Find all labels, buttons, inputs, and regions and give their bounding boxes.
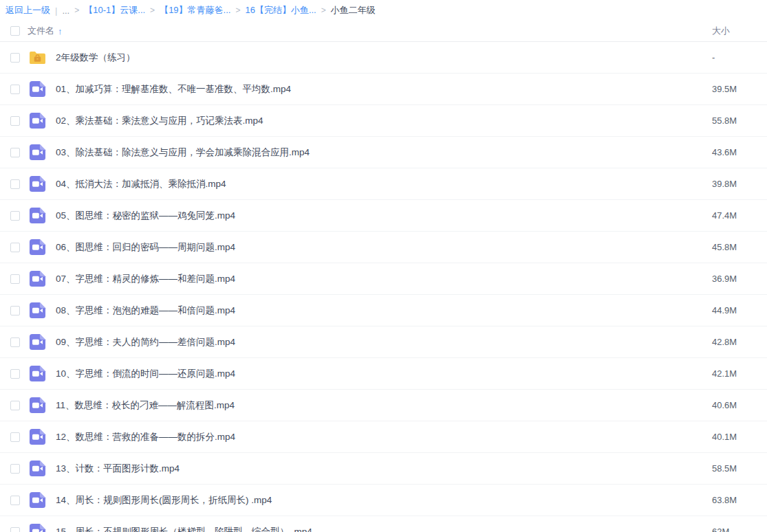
- breadcrumb-link-3[interactable]: 16【完结】小鱼...: [245, 4, 316, 16]
- breadcrumb: 返回上一级 | ... > 【10-1】云课... > 【19】常青藤爸... …: [0, 0, 767, 21]
- file-manager-page: 返回上一级 | ... > 【10-1】云课... > 【19】常青藤爸... …: [0, 0, 767, 532]
- file-size: 62M: [712, 527, 767, 532]
- file-size: 58.5M: [712, 463, 767, 474]
- row-checkbox[interactable]: [10, 116, 20, 126]
- breadcrumb-separator: >: [74, 5, 79, 15]
- video-file-icon: [29, 239, 46, 256]
- table-row[interactable]: 06、图思维：回归的密码——周期问题.mp4 45.8M: [0, 232, 767, 263]
- table-row[interactable]: 08、字思维：泡泡的难题——和倍问题.mp4 44.9M: [0, 295, 767, 326]
- file-size: 43.6M: [712, 147, 767, 157]
- video-file-icon: [29, 365, 46, 382]
- video-file-icon: [29, 207, 46, 224]
- breadcrumb-link-1[interactable]: 【10-1】云课...: [84, 4, 145, 16]
- video-file-icon: [29, 333, 46, 351]
- file-size: 47.4M: [712, 210, 767, 221]
- table-row[interactable]: 12、数思维：营救的准备——数的拆分.mp4 40.1M: [0, 421, 767, 453]
- video-file-icon: [29, 175, 46, 192]
- file-size: 63.8M: [712, 495, 767, 505]
- file-name-link[interactable]: 11、数思维：校长的刁难——解流程图.mp4: [56, 399, 712, 412]
- video-file-icon: [29, 460, 46, 477]
- row-checkbox[interactable]: [10, 243, 20, 252]
- video-file-icon: [29, 397, 46, 414]
- back-to-parent-link[interactable]: 返回上一级: [6, 4, 50, 16]
- table-row[interactable]: 03、除法基础：除法意义与应用，学会加减乘除混合应用.mp4 43.6M: [0, 137, 767, 168]
- table-row[interactable]: 2年级数学（练习） -: [0, 42, 767, 74]
- folder-icon: [29, 49, 46, 66]
- file-size: 42.8M: [712, 337, 767, 347]
- file-size: 39.8M: [712, 179, 767, 189]
- table-row[interactable]: 04、抵消大法：加减抵消、乘除抵消.mp4 39.8M: [0, 168, 767, 200]
- file-name-link[interactable]: 02、乘法基础：乘法意义与应用，巧记乘法表.mp4: [56, 115, 712, 127]
- video-file-icon: [29, 523, 46, 532]
- row-checkbox[interactable]: [10, 148, 20, 157]
- row-checkbox[interactable]: [10, 527, 20, 532]
- file-name-link[interactable]: 05、图思维：秘密的监狱——鸡兔同笼.mp4: [56, 210, 712, 222]
- breadcrumb-separator: >: [235, 5, 240, 15]
- row-checkbox[interactable]: [10, 464, 20, 474]
- video-file-icon: [29, 112, 46, 129]
- file-name-link[interactable]: 14、周长：规则图形周长(圆形周长，折纸周长) .mp4: [56, 494, 712, 507]
- video-file-icon: [29, 144, 46, 161]
- row-checkbox[interactable]: [10, 274, 20, 284]
- table-row[interactable]: 13、计数：平面图形计数.mp4 58.5M: [0, 453, 767, 485]
- breadcrumb-ellipsis[interactable]: ...: [62, 5, 69, 16]
- video-file-icon: [29, 270, 46, 287]
- breadcrumb-separator: >: [321, 5, 326, 15]
- file-size: 39.5M: [712, 84, 767, 94]
- table-header: 文件名 ↑ 大小: [0, 21, 767, 42]
- row-checkbox[interactable]: [10, 496, 20, 505]
- table-row[interactable]: 11、数思维：校长的刁难——解流程图.mp4 40.6M: [0, 390, 767, 421]
- file-size: 40.6M: [712, 400, 767, 410]
- row-checkbox[interactable]: [10, 306, 20, 315]
- breadcrumb-current: 小鱼二年级: [331, 4, 376, 16]
- row-checkbox[interactable]: [10, 432, 20, 442]
- file-name-link[interactable]: 07、字思维：精灵的修炼——和差问题.mp4: [56, 273, 712, 285]
- row-checkbox[interactable]: [10, 53, 20, 63]
- row-checkbox[interactable]: [10, 369, 20, 379]
- file-name-link[interactable]: 04、抵消大法：加减抵消、乘除抵消.mp4: [56, 178, 712, 190]
- table-row[interactable]: 14、周长：规则图形周长(圆形周长，折纸周长) .mp4 63.8M: [0, 485, 767, 516]
- video-file-icon: [29, 491, 46, 509]
- file-name-link[interactable]: 01、加减巧算：理解基准数、不唯一基准数、平均数.mp4: [56, 83, 712, 96]
- file-size: -: [712, 52, 767, 63]
- file-size: 40.1M: [712, 432, 767, 442]
- file-name-link[interactable]: 13、计数：平面图形计数.mp4: [56, 463, 712, 475]
- file-name-link[interactable]: 03、除法基础：除法意义与应用，学会加减乘除混合应用.mp4: [56, 146, 712, 159]
- row-checkbox[interactable]: [10, 179, 20, 189]
- file-list: 2年级数学（练习） - 01、加减巧算：理解基准数、不唯一基准数、平均数.mp4…: [0, 42, 767, 532]
- file-name-link[interactable]: 12、数思维：营救的准备——数的拆分.mp4: [56, 431, 712, 443]
- table-row[interactable]: 09、字思维：夫人的简约——差倍问题.mp4 42.8M: [0, 326, 767, 358]
- file-size: 36.9M: [712, 274, 767, 284]
- file-size: 44.9M: [712, 305, 767, 315]
- video-file-icon: [29, 302, 46, 319]
- file-size: 42.1M: [712, 368, 767, 379]
- video-file-icon: [29, 428, 46, 445]
- sort-ascending-icon[interactable]: ↑: [58, 26, 63, 36]
- video-file-icon: [29, 80, 46, 98]
- file-name-link[interactable]: 10、字思维：倒流的时间——还原问题.mp4: [56, 368, 712, 380]
- file-name-link[interactable]: 15、周长：不规则图形周长（楼梯型、陷阱型、综合型） .mp4: [56, 526, 712, 532]
- file-name-link[interactable]: 2年级数学（练习）: [56, 52, 712, 64]
- select-all-checkbox[interactable]: [10, 26, 20, 36]
- file-name-link[interactable]: 08、字思维：泡泡的难题——和倍问题.mp4: [56, 304, 712, 317]
- file-size: 55.8M: [712, 115, 767, 126]
- breadcrumb-pipe: |: [55, 5, 57, 16]
- row-checkbox[interactable]: [10, 211, 20, 221]
- column-header-filename[interactable]: 文件名: [28, 25, 54, 37]
- breadcrumb-link-2[interactable]: 【19】常青藤爸...: [160, 4, 230, 16]
- row-checkbox[interactable]: [10, 337, 20, 347]
- file-size: 45.8M: [712, 242, 767, 252]
- column-header-size[interactable]: 大小: [712, 25, 767, 37]
- row-checkbox[interactable]: [10, 401, 20, 410]
- table-row[interactable]: 07、字思维：精灵的修炼——和差问题.mp4 36.9M: [0, 263, 767, 295]
- table-row[interactable]: 01、加减巧算：理解基准数、不唯一基准数、平均数.mp4 39.5M: [0, 74, 767, 105]
- table-row[interactable]: 05、图思维：秘密的监狱——鸡兔同笼.mp4 47.4M: [0, 200, 767, 232]
- table-row[interactable]: 10、字思维：倒流的时间——还原问题.mp4 42.1M: [0, 358, 767, 390]
- file-name-link[interactable]: 06、图思维：回归的密码——周期问题.mp4: [56, 241, 712, 254]
- file-name-link[interactable]: 09、字思维：夫人的简约——差倍问题.mp4: [56, 336, 712, 348]
- breadcrumb-separator: >: [150, 5, 155, 15]
- table-row[interactable]: 15、周长：不规则图形周长（楼梯型、陷阱型、综合型） .mp4 62M: [0, 516, 767, 532]
- row-checkbox[interactable]: [10, 85, 20, 94]
- table-row[interactable]: 02、乘法基础：乘法意义与应用，巧记乘法表.mp4 55.8M: [0, 105, 767, 137]
